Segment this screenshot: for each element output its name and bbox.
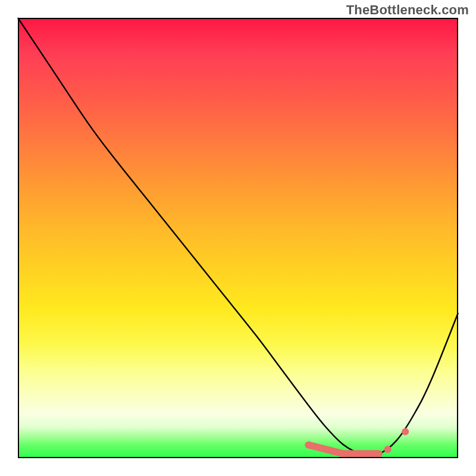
- highlight-dot: [384, 446, 392, 453]
- highlight-segment: [308, 445, 378, 454]
- branding-text: TheBottleneck.com: [346, 2, 469, 18]
- highlight-dot: [402, 428, 409, 436]
- bottleneck-curve: [18, 18, 458, 455]
- chart-container: TheBottleneck.com: [0, 0, 476, 476]
- chart-svg-layer: [18, 18, 458, 458]
